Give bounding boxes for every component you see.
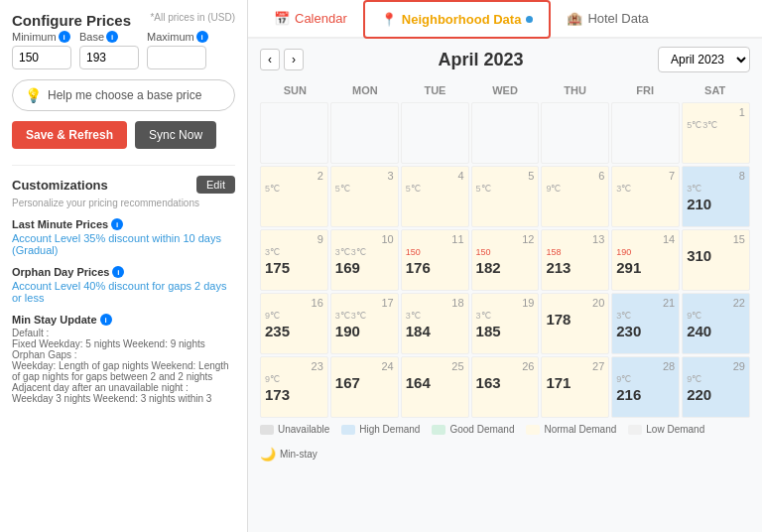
- cell-icon: 9℃: [616, 374, 631, 384]
- cell-icon: 3℃: [476, 311, 491, 321]
- customizations-title: Customizations: [12, 178, 108, 193]
- legend-high-color: [341, 425, 355, 435]
- cell-icons: 5℃: [406, 184, 464, 194]
- calendar-cell-0-6[interactable]: 1 5℃3℃: [682, 102, 750, 164]
- orphan-value: Account Level 40% discount for gaps 2 da…: [12, 280, 235, 304]
- cell-icon: 5℃: [335, 184, 350, 194]
- legend-normal-demand: Normal Demand: [526, 424, 616, 435]
- cell-icons: 9℃: [265, 374, 323, 384]
- calendar-cell-4-3[interactable]: 26 163: [471, 356, 540, 418]
- tab-hotel[interactable]: 🏨 Hotel Data: [551, 0, 664, 39]
- cell-date: 28: [616, 360, 675, 372]
- maximum-info-icon[interactable]: i: [196, 31, 208, 43]
- calendar-cell-0-2[interactable]: [401, 102, 469, 164]
- next-month-button[interactable]: ›: [284, 49, 304, 70]
- calendar-cell-0-0[interactable]: [260, 102, 328, 164]
- cell-price-value: 240: [687, 323, 745, 339]
- cell-price-value: 178: [546, 311, 604, 328]
- cell-price-sub: 190: [616, 247, 631, 257]
- cell-price-value: 164: [406, 374, 464, 391]
- calendar-cell-3-4[interactable]: 20 178: [541, 293, 609, 354]
- calendar-cell-2-4[interactable]: 13 158 213: [541, 229, 609, 291]
- calendar-cell-4-1[interactable]: 24 167: [330, 356, 399, 418]
- cell-price-value: 176: [406, 259, 464, 276]
- cell-date: 1: [687, 106, 745, 118]
- calendar-cell-1-6[interactable]: 8 3℃ 210: [682, 166, 750, 227]
- legend-normal-color: [526, 425, 540, 435]
- calendar-cell-1-0[interactable]: 2 5℃: [260, 166, 328, 227]
- calendar-cell-3-5[interactable]: 21 3℃ 230: [611, 293, 680, 354]
- calendar-cell-3-1[interactable]: 17 3℃3℃ 190: [330, 293, 399, 354]
- cell-icons: 3℃: [265, 247, 323, 257]
- calendar-cell-1-5[interactable]: 7 3℃: [611, 166, 680, 227]
- min-stay-desc: Default : Fixed Weekday: 5 nights Weeken…: [12, 328, 235, 404]
- cell-date: 10: [335, 233, 394, 245]
- cell-date: 13: [546, 233, 604, 245]
- day-headers: SUN MON TUE WED THU FRI SAT: [260, 80, 750, 100]
- calendar-cell-0-5[interactable]: [611, 102, 680, 164]
- calendar-cell-0-1[interactable]: [330, 102, 399, 164]
- calendar-cell-4-2[interactable]: 25 164: [401, 356, 469, 418]
- calendar-cell-4-5[interactable]: 28 9℃ 216: [611, 356, 680, 418]
- calendar-cell-2-2[interactable]: 11 150 176: [401, 229, 469, 291]
- calendar-cell-4-4[interactable]: 27 171: [541, 356, 609, 418]
- cell-date: 16: [265, 297, 323, 309]
- cell-icons: 9℃: [687, 374, 745, 384]
- calendar-cell-4-0[interactable]: 23 9℃ 173: [260, 356, 328, 418]
- calendar-cell-1-4[interactable]: 6 9℃: [541, 166, 609, 227]
- calendar-cell-1-1[interactable]: 3 5℃: [330, 166, 399, 227]
- min-stay-info-icon[interactable]: i: [100, 314, 112, 326]
- sync-now-button[interactable]: Sync Now: [135, 121, 216, 149]
- calendar-cell-0-3[interactable]: [471, 102, 540, 164]
- maximum-input[interactable]: [147, 46, 206, 69]
- calendar-cell-3-2[interactable]: 18 3℃ 184: [401, 293, 469, 354]
- tab-neighborhood[interactable]: 📍 Neighborhood Data: [363, 0, 552, 39]
- minimum-info-icon[interactable]: i: [59, 31, 70, 43]
- cell-icon: 3℃: [687, 184, 701, 194]
- cell-date: 11: [406, 233, 464, 245]
- orphan-title: Orphan Day Prices: [12, 266, 109, 278]
- base-input[interactable]: [79, 46, 139, 69]
- edit-button[interactable]: Edit: [196, 176, 235, 194]
- cell-icons: 9℃: [265, 311, 323, 321]
- calendar-cell-3-0[interactable]: 16 9℃ 235: [260, 293, 328, 354]
- cell-icon: 5℃: [406, 184, 421, 194]
- tab-calendar[interactable]: 📅 Calendar: [258, 0, 363, 39]
- base-info-icon[interactable]: i: [106, 31, 118, 43]
- calendar-row-4: 23 9℃ 173 24 167 25 164 26 163 27 171 28: [260, 356, 750, 418]
- calendar-cell-2-0[interactable]: 9 3℃ 175: [260, 229, 328, 291]
- calendar-cell-3-3[interactable]: 19 3℃ 185: [471, 293, 540, 354]
- month-dropdown[interactable]: April 2023: [658, 47, 750, 72]
- calendar-cell-0-4[interactable]: [541, 102, 609, 164]
- prev-month-button[interactable]: ‹: [260, 49, 280, 70]
- calendar-cell-2-5[interactable]: 14 190 291: [611, 229, 680, 291]
- last-minute-info-icon[interactable]: i: [111, 218, 123, 230]
- calendar-cell-2-6[interactable]: 15 310: [682, 229, 750, 291]
- cell-icons: 3℃: [406, 311, 464, 321]
- cell-date: 24: [335, 360, 394, 372]
- legend-low-label: Low Demand: [646, 424, 704, 435]
- tabs: 📅 Calendar 📍 Neighborhood Data 🏨 Hotel D…: [248, 0, 762, 39]
- calendar-cell-4-6[interactable]: 29 9℃ 220: [682, 356, 750, 418]
- minimum-input[interactable]: [12, 46, 71, 69]
- calendar-cell-2-1[interactable]: 10 3℃3℃ 169: [330, 229, 399, 291]
- calendar-tab-label: Calendar: [295, 11, 347, 26]
- cell-icon: 9℃: [687, 374, 701, 384]
- cell-date: 20: [546, 297, 604, 309]
- help-choose-button[interactable]: 💡 Help me choose a base price: [12, 79, 235, 111]
- cell-date: 9: [265, 233, 323, 245]
- calendar-cell-2-3[interactable]: 12 150 182: [471, 229, 540, 291]
- cell-price-value: 184: [406, 323, 464, 339]
- calendar-cell-1-2[interactable]: 4 5℃: [401, 166, 469, 227]
- calendar-cell-3-6[interactable]: 22 9℃ 240: [682, 293, 750, 354]
- cell-date: 3: [335, 170, 394, 182]
- legend-good-label: Good Demand: [449, 424, 514, 435]
- cell-date: 21: [616, 297, 675, 309]
- cell-price-value: 213: [546, 259, 604, 276]
- legend-minstay: 🌙 Min-stay: [260, 447, 318, 462]
- save-refresh-button[interactable]: Save & Refresh: [12, 121, 127, 149]
- cell-icons: 5℃: [265, 184, 323, 194]
- orphan-info-icon[interactable]: i: [112, 266, 124, 278]
- cell-icon: 3℃: [406, 311, 421, 321]
- calendar-cell-1-3[interactable]: 5 5℃: [471, 166, 540, 227]
